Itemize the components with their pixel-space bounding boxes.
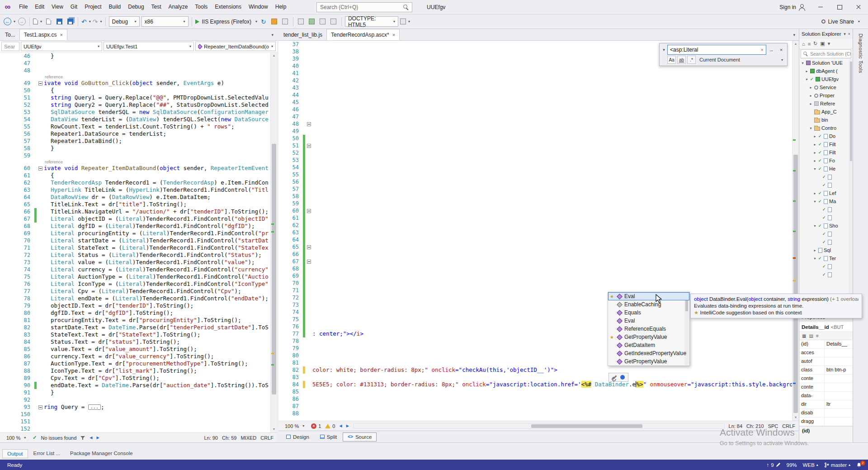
breakpoint-margin[interactable] [278, 84, 285, 91]
completion-item-eval[interactable]: Eval [608, 317, 689, 325]
outlining-margin[interactable] [305, 77, 312, 84]
outlining-margin[interactable] [37, 138, 44, 145]
breakpoint-margin[interactable] [0, 201, 12, 208]
menu-extensions[interactable]: Extensions [211, 0, 245, 14]
outlining-margin[interactable] [37, 266, 44, 273]
code-line[interactable]: 49 [278, 128, 792, 135]
expander-icon[interactable]: ▸ [805, 69, 809, 73]
code-line[interactable]: 152 [0, 425, 270, 432]
breakpoint-margin[interactable] [278, 330, 285, 337]
code-line[interactable]: 48 [278, 120, 792, 128]
collapse-toggle-icon[interactable] [38, 81, 42, 85]
configuration-combo[interactable]: Debug▾ [109, 16, 140, 27]
next-issue-button[interactable]: ▶ [346, 424, 349, 428]
vertical-scrollbar[interactable]: ▲ ▼ [270, 52, 277, 432]
code-line[interactable]: 79 objectID.Text = dr["tenderID"].ToStri… [0, 302, 270, 309]
expander-icon[interactable]: ▸ [813, 159, 817, 163]
breakpoint-margin[interactable] [278, 294, 285, 301]
menu-debug[interactable]: Debug [124, 0, 147, 14]
code-line[interactable]: 57 Repeater1.DataBind(); [0, 138, 270, 145]
code-line[interactable]: 54 DataView tenderList = (DataView) tend… [0, 116, 270, 123]
expander-icon[interactable]: ▸ [813, 142, 817, 147]
code-line[interactable]: 50 [278, 135, 792, 142]
outlining-margin[interactable] [305, 410, 312, 417]
expander-icon[interactable]: ▸ [809, 94, 813, 98]
outlining-margin[interactable] [37, 360, 44, 367]
outlining-margin[interactable] [305, 287, 312, 294]
completion-item-eval[interactable]: ★Eval [608, 292, 689, 300]
open-file-button[interactable] [44, 16, 53, 27]
breakpoint-margin[interactable] [0, 101, 12, 109]
clear-search-icon[interactable]: × [761, 47, 764, 52]
error-count[interactable]: 1 [311, 423, 321, 429]
style-tool-button[interactable]: ▾ [400, 16, 410, 27]
breakpoint-margin[interactable] [278, 178, 285, 185]
outlining-margin[interactable] [37, 338, 44, 346]
property-row-dir[interactable]: dirltr [799, 400, 853, 409]
breakpoint-margin[interactable] [278, 381, 285, 388]
outlining-margin[interactable] [37, 331, 44, 338]
outlining-margin[interactable] [305, 70, 312, 77]
repository-picker[interactable]: WEB ▴ [803, 462, 818, 468]
code-line[interactable]: 65 TitleLink.Text = dr["title"].ToString… [0, 201, 270, 208]
column-indicator[interactable]: Ch: 210 [746, 423, 764, 429]
code-line[interactable]: 65 [278, 243, 792, 251]
code-line[interactable]: 47 [0, 60, 270, 67]
breakpoint-margin[interactable] [278, 164, 285, 171]
tree-item-service[interactable]: ▸Service [799, 83, 853, 91]
home-icon[interactable]: ⌂ [802, 41, 805, 47]
mode-indicator[interactable]: MIXED [241, 435, 256, 441]
breakpoint-margin[interactable] [278, 41, 285, 48]
tree-item-bin[interactable]: bin [799, 116, 853, 124]
code-line[interactable]: 85 [278, 388, 792, 395]
outlining-margin[interactable] [37, 418, 44, 425]
nav-search-box[interactable]: Sear [1, 42, 19, 51]
code-line[interactable]: 61 [278, 214, 792, 222]
code-line[interactable]: 150 [0, 411, 270, 418]
breakpoint-margin[interactable] [278, 106, 285, 113]
property-row-id[interactable]: (id)Details__ [799, 340, 853, 349]
expander-icon[interactable]: ▸ [813, 248, 817, 252]
outlining-margin[interactable] [37, 123, 44, 130]
line-indicator[interactable]: Ln: 84 [729, 423, 743, 429]
menu-view[interactable]: View [48, 0, 67, 14]
horizontal-scrollbar[interactable] [353, 423, 725, 429]
close-tab-icon[interactable]: × [392, 32, 395, 38]
outlining-margin[interactable] [37, 101, 44, 109]
breakpoint-margin[interactable] [0, 418, 12, 425]
tree-item-filt[interactable]: ▸✓Filt [799, 148, 853, 157]
code-line[interactable]: 54 [278, 164, 792, 171]
code-line[interactable]: 90 endDate.Text = DateTime.Parse(dr["auc… [0, 382, 270, 389]
code-line[interactable]: 52 [278, 149, 792, 157]
breakpoint-margin[interactable] [278, 91, 285, 99]
menu-file[interactable]: File [15, 0, 31, 14]
code-line[interactable]: 76 [278, 323, 792, 330]
code-editor-test1[interactable]: 46 }4748reference49ivate void GoButton_C… [0, 52, 277, 432]
breakpoint-margin[interactable] [0, 223, 12, 230]
breakpoint-margin[interactable] [0, 252, 12, 259]
outlining-margin[interactable] [305, 185, 312, 193]
breakpoint-margin[interactable] [0, 152, 12, 159]
close-panel-icon[interactable]: × [848, 32, 850, 36]
code-line[interactable]: 59 [278, 200, 792, 207]
collapse-toggle-icon[interactable] [307, 122, 311, 126]
tree-item[interactable]: ✓ [799, 214, 853, 222]
eol-indicator[interactable]: CRLF [260, 435, 274, 441]
code-line[interactable]: 93ring Query = ...; [0, 404, 270, 411]
property-value[interactable]: Details__ [825, 340, 853, 348]
code-line[interactable]: 60 [278, 207, 792, 214]
breakpoint-margin[interactable] [0, 244, 12, 252]
outlining-margin[interactable] [305, 91, 312, 99]
breakpoint-margin[interactable] [0, 389, 12, 396]
tree-item[interactable]: ✓ [799, 238, 853, 246]
breakpoint-margin[interactable] [278, 258, 285, 265]
code-line[interactable]: 72 Literal Status = (Literal)TenderRecor… [0, 252, 270, 259]
outlining-margin[interactable] [305, 193, 312, 200]
completion-item-equals[interactable]: Equals [608, 309, 689, 317]
code-line[interactable]: 42 [278, 77, 792, 84]
properties-object-dropdown[interactable]: Details__id <BUT [799, 322, 853, 332]
code-line[interactable]: 85 value.Text = dr["value_amount"].ToStr… [0, 346, 270, 353]
code-line[interactable]: 60ivate void Repeater_ItemDataBound(obje… [0, 165, 270, 172]
diagnostic-tools-tab[interactable]: Diagnostic Tools [853, 29, 868, 442]
close-tab-icon[interactable]: × [60, 32, 62, 38]
